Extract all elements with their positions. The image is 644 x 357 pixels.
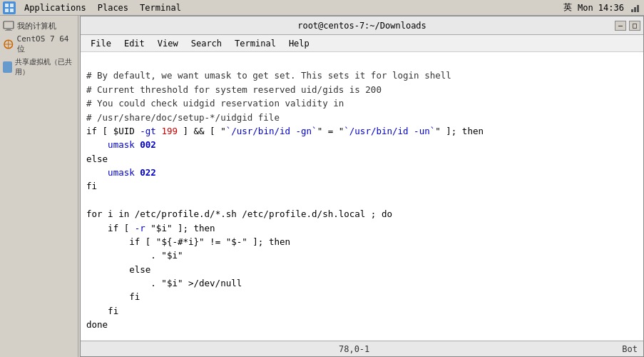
svg-rect-1 bbox=[10, 4, 14, 7]
applications-menu[interactable]: Applications bbox=[21, 1, 89, 14]
menu-edit[interactable]: Edit bbox=[118, 37, 150, 50]
status-bar: 78,0-1 Bot bbox=[81, 341, 643, 356]
status-end: Bot bbox=[622, 344, 638, 354]
status-position: 78,0-1 bbox=[339, 344, 369, 354]
os-text: CentOS 7 64位 bbox=[17, 34, 75, 54]
computer-label: 我的计算机 bbox=[3, 19, 75, 33]
code-line-3: # You could check uidgid reservation val… bbox=[86, 98, 344, 109]
computer-text: 我的计算机 bbox=[17, 21, 56, 31]
code-line-1: # By default, we want umask to get set. … bbox=[86, 70, 451, 81]
code-line-18: fi bbox=[86, 306, 118, 316]
svg-rect-3 bbox=[10, 9, 14, 12]
code-line-14: . "$i" bbox=[86, 250, 183, 261]
terminal-content[interactable]: # By default, we want umask to get set. … bbox=[81, 52, 643, 341]
code-line-13: if [ "${-#*i}" != "$-" ]; then bbox=[86, 236, 290, 247]
os-icon bbox=[3, 39, 14, 50]
menu-bar: File Edit View Search Terminal Help bbox=[81, 35, 643, 52]
taskbar: Applications Places Terminal 英 Mon 14:36 bbox=[0, 0, 644, 16]
code-line-16: . "$i" >/dev/null bbox=[86, 278, 242, 288]
svg-rect-9 bbox=[5, 30, 12, 31]
svg-rect-8 bbox=[6, 29, 11, 30]
code-line-8: umask 022 bbox=[86, 167, 156, 178]
vm-icon bbox=[3, 61, 12, 73]
terminal-title: root@centos-7:~/Downloads bbox=[297, 21, 426, 31]
os-label: CentOS 7 64位 bbox=[3, 33, 75, 56]
menu-view[interactable]: View bbox=[152, 37, 184, 50]
terminal-titlebar: root@centos-7:~/Downloads — □ bbox=[81, 16, 643, 35]
code-line-5: if [ $UID -gt 199 ] && [ "`/usr/bin/id -… bbox=[86, 126, 484, 136]
menu-help[interactable]: Help bbox=[283, 37, 315, 50]
terminal-window: root@centos-7:~/Downloads — □ File Edit … bbox=[80, 16, 644, 357]
network-icon bbox=[630, 2, 641, 14]
code-area: # By default, we want umask to get set. … bbox=[86, 55, 638, 341]
svg-rect-6 bbox=[637, 5, 639, 12]
taskbar-left: Applications Places Terminal bbox=[3, 1, 563, 14]
vm-label: 共享虚拟机（已共用） bbox=[3, 56, 75, 79]
svg-rect-4 bbox=[631, 9, 633, 12]
svg-rect-2 bbox=[5, 9, 9, 12]
menu-file[interactable]: File bbox=[85, 37, 117, 50]
menu-search[interactable]: Search bbox=[185, 37, 228, 50]
minimize-button[interactable]: — bbox=[615, 21, 626, 31]
places-menu[interactable]: Places bbox=[95, 1, 131, 14]
code-line-15: else bbox=[86, 264, 150, 275]
code-line-2: # Current threshold for system reserved … bbox=[86, 84, 382, 95]
svg-rect-5 bbox=[634, 7, 636, 12]
lang-indicator: 英 bbox=[563, 1, 572, 14]
svg-rect-7 bbox=[4, 21, 14, 29]
app-icon bbox=[3, 1, 16, 14]
terminal-menu[interactable]: Terminal bbox=[137, 1, 184, 14]
system-info-sidebar: 我的计算机 CentOS 7 64位 共享虚拟机（已共用） bbox=[0, 16, 78, 357]
vm-text: 共享虚拟机（已共用） bbox=[15, 57, 75, 77]
code-line-11: for i in /etc/profile.d/*.sh /etc/profil… bbox=[86, 208, 392, 219]
maximize-button[interactable]: □ bbox=[629, 21, 640, 31]
terminal-controls: — □ bbox=[615, 21, 640, 31]
clock: Mon 14:36 bbox=[578, 3, 624, 13]
code-line-17: fi bbox=[86, 291, 140, 302]
code-line-4: # /usr/share/doc/setup-*/uidgid file bbox=[86, 112, 280, 123]
code-line-6: umask 002 bbox=[86, 139, 156, 150]
menu-terminal[interactable]: Terminal bbox=[229, 37, 282, 50]
computer-icon bbox=[3, 20, 14, 31]
svg-rect-0 bbox=[5, 4, 9, 7]
taskbar-right: 英 Mon 14:36 bbox=[563, 1, 641, 14]
code-line-7: else bbox=[86, 154, 108, 164]
code-line-19: done bbox=[86, 319, 108, 330]
code-line-9: fi bbox=[86, 181, 97, 191]
code-line-12: if [ -r "$i" ]; then bbox=[86, 223, 215, 233]
